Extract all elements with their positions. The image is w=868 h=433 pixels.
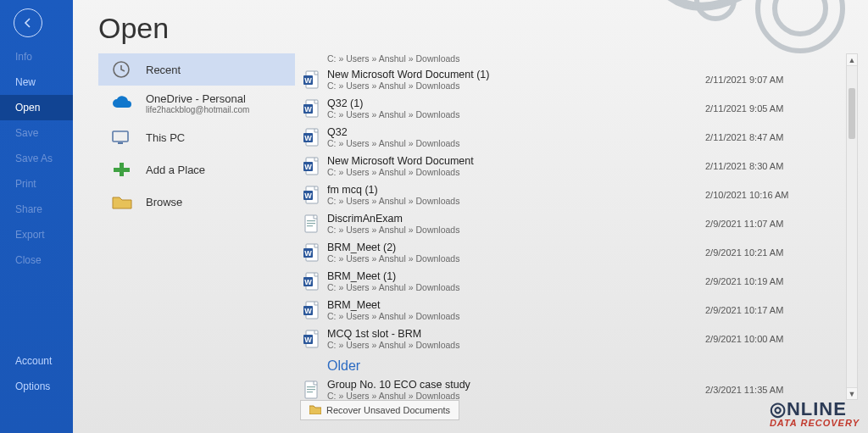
file-path: C: » Users » Anshul » Downloads	[327, 253, 705, 264]
nav-item-save-as[interactable]: Save As	[0, 146, 73, 171]
nav-item-export[interactable]: Export	[0, 222, 73, 247]
file-row[interactable]: New Microsoft Word DocumentC: » Users » …	[300, 152, 832, 180]
recover-label: Recover Unsaved Documents	[326, 405, 450, 415]
place-add[interactable]: Add a Place	[98, 153, 295, 186]
recent-files-panel: C: » Users » Anshul » DownloadsNew Micro…	[300, 53, 868, 424]
file-row[interactable]: BRM_Meet (2)C: » Users » Anshul » Downlo…	[300, 238, 832, 267]
file-path: C: » Users » Anshul » Downloads	[327, 138, 705, 148]
back-button[interactable]	[14, 8, 42, 37]
file-path: C: » Users » Anshul » Downloads	[327, 225, 705, 235]
place-sublabel: life2hackblog@hotmail.com	[146, 105, 249, 114]
pc-icon	[110, 128, 134, 147]
file-row[interactable]: Q32C: » Users » Anshul » Downloads2/11/2…	[300, 123, 832, 152]
file-name: DiscrimAnExam	[327, 213, 705, 225]
nav-item-share[interactable]: Share	[0, 197, 73, 222]
nav-item-print[interactable]: Print	[0, 171, 73, 197]
backstage-nav: InfoNewOpenSaveSave AsPrintShareExportCl…	[0, 0, 73, 433]
file-name: BRM_Meet (2)	[327, 241, 705, 253]
file-date: 2/9/2021 10:21 AM	[705, 247, 832, 258]
nav-item-options[interactable]: Options	[0, 374, 73, 399]
nav-item-info[interactable]: Info	[0, 44, 73, 69]
file-date: 2/9/2021 10:19 AM	[705, 276, 832, 286]
scroll-thumb[interactable]	[849, 88, 855, 139]
nav-item-open[interactable]: Open	[0, 95, 73, 120]
file-name: New Microsoft Word Document	[327, 155, 705, 167]
file-path: C: » Users » Anshul » Downloads	[327, 80, 705, 91]
file-name: New Microsoft Word Document (1)	[327, 69, 705, 80]
document-icon	[300, 380, 322, 399]
word-doc-icon	[300, 243, 322, 262]
file-path: C: » Users » Anshul » Downloads	[327, 109, 705, 119]
place-onedrive[interactable]: OneDrive - Personallife2hackblog@hotmail…	[98, 86, 295, 121]
scroll-down-icon[interactable]: ▼	[847, 387, 857, 399]
file-path: C: » Users » Anshul » Downloads	[327, 167, 705, 177]
file-date: 2/9/2021 10:17 AM	[705, 305, 832, 315]
file-date: 2/11/2021 8:30 AM	[705, 161, 832, 171]
word-doc-icon	[300, 301, 322, 319]
file-date: 2/10/2021 10:16 AM	[705, 190, 832, 200]
arrow-left-icon	[21, 16, 35, 30]
backstage-body: Open RecentOneDrive - Personallife2hackb…	[73, 0, 868, 433]
file-name: Group No. 10 ECO case study	[327, 379, 705, 391]
section-older: Older	[327, 358, 832, 374]
file-row[interactable]: New Microsoft Word Document (1)C: » User…	[300, 65, 832, 94]
file-row[interactable]: BRM_MeetC: » Users » Anshul » Downloads2…	[300, 296, 832, 325]
file-date: 2/11/2021 9:07 AM	[705, 75, 832, 85]
word-doc-icon	[300, 272, 322, 291]
file-row[interactable]: Q32 (1)C: » Users » Anshul » Downloads2/…	[300, 94, 832, 123]
file-name: fm mcq (1)	[327, 184, 705, 196]
nav-item-new[interactable]: New	[0, 69, 73, 95]
file-row[interactable]: MCQ 1st slot - BRMC: » Users » Anshul » …	[300, 325, 832, 353]
page-title: Open	[98, 12, 868, 45]
clock-icon	[110, 60, 134, 79]
folder-icon	[309, 404, 321, 416]
word-doc-icon	[300, 157, 322, 175]
file-row[interactable]: BRM_Meet (1)C: » Users » Anshul » Downlo…	[300, 267, 832, 296]
cloud-icon	[110, 94, 134, 113]
file-path: C: » Users » Anshul » Downloads	[300, 53, 832, 64]
file-name: Q32 (1)	[327, 97, 705, 109]
place-recent[interactable]: Recent	[98, 53, 295, 86]
files-scrollbar[interactable]: ▲ ▼	[846, 53, 858, 400]
word-doc-icon	[300, 186, 322, 204]
nav-item-close[interactable]: Close	[0, 247, 73, 273]
file-date: 2/11/2021 8:47 AM	[705, 132, 832, 142]
word-doc-icon	[300, 330, 322, 348]
place-label: OneDrive - Personal	[146, 92, 249, 105]
document-icon	[300, 214, 322, 233]
file-date: 2/11/2021 9:05 AM	[705, 103, 832, 114]
word-doc-icon	[300, 128, 322, 147]
file-path: C: » Users » Anshul » Downloads	[327, 311, 705, 321]
nav-item-account[interactable]: Account	[0, 348, 73, 374]
place-label: Browse	[146, 196, 182, 208]
file-name: BRM_Meet	[327, 299, 705, 311]
place-label: Add a Place	[146, 164, 205, 176]
scroll-up-icon[interactable]: ▲	[847, 54, 857, 66]
recover-unsaved-button[interactable]: Recover Unsaved Documents	[300, 400, 459, 420]
file-date: 2/9/2021 10:00 AM	[705, 334, 832, 344]
file-row[interactable]: fm mcq (1)C: » Users » Anshul » Download…	[300, 180, 832, 209]
file-name: MCQ 1st slot - BRM	[327, 328, 705, 340]
file-date: 2/9/2021 11:07 AM	[705, 219, 832, 229]
place-label: This PC	[146, 131, 185, 144]
plus-icon	[110, 160, 134, 179]
place-label: Recent	[146, 64, 181, 76]
file-date: 2/3/2021 11:35 AM	[705, 385, 832, 395]
file-path: C: » Users » Anshul » Downloads	[327, 196, 705, 206]
file-name: BRM_Meet (1)	[327, 270, 705, 282]
places-list: RecentOneDrive - Personallife2hackblog@h…	[98, 53, 295, 424]
folder-icon	[110, 192, 134, 211]
word-doc-icon	[300, 99, 322, 118]
file-name: Q32	[327, 126, 705, 138]
file-path: C: » Users » Anshul » Downloads	[327, 340, 705, 350]
place-browse[interactable]: Browse	[98, 186, 295, 218]
file-path: C: » Users » Anshul » Downloads	[327, 282, 705, 292]
nav-item-save[interactable]: Save	[0, 120, 73, 146]
place-this[interactable]: This PC	[98, 121, 295, 153]
word-doc-icon	[300, 70, 322, 89]
file-row[interactable]: DiscrimAnExamC: » Users » Anshul » Downl…	[300, 209, 832, 238]
